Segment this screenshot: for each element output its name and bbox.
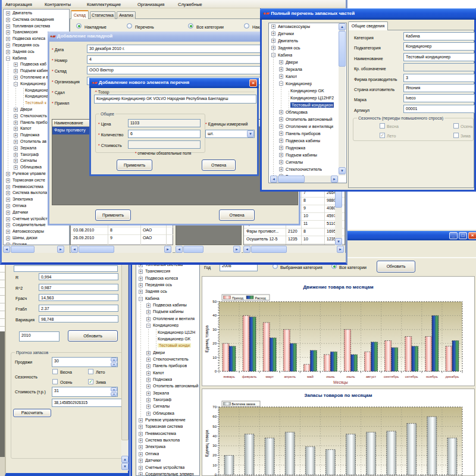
svg-text:январь: январь: [223, 375, 234, 378]
svg-text:70: 70: [212, 405, 217, 409]
svg-text:10: 10: [212, 356, 217, 359]
svg-text:октябрь: октябрь: [405, 375, 418, 378]
svg-text:50: 50: [212, 300, 217, 303]
svg-text:40: 40: [212, 314, 217, 317]
svg-text:60: 60: [212, 415, 217, 418]
svg-text:20: 20: [212, 342, 217, 345]
svg-text:Приход: Приход: [232, 296, 244, 300]
svg-text:40: 40: [212, 434, 217, 438]
svg-text:Единиц товара: Единиц товара: [205, 430, 209, 457]
svg-text:Месяцы: Месяцы: [333, 380, 348, 385]
svg-text:февраль: февраль: [242, 375, 257, 378]
svg-text:декабрь: декабрь: [446, 375, 459, 378]
svg-text:август: август: [366, 375, 377, 378]
svg-text:Расход: Расход: [255, 296, 267, 300]
svg-text:Единиц товара: Единиц товара: [205, 325, 209, 352]
svg-text:ноябрь: ноябрь: [426, 375, 438, 378]
svg-text:30: 30: [212, 328, 217, 331]
svg-text:март: март: [265, 375, 274, 378]
svg-text:0: 0: [215, 473, 217, 476]
svg-text:июнь: июнь: [326, 375, 334, 378]
svg-text:20: 20: [212, 453, 217, 457]
svg-text:Величина заказа: Величина заказа: [232, 402, 255, 406]
svg-text:10: 10: [212, 464, 217, 467]
svg-text:30: 30: [212, 444, 217, 447]
svg-text:апрель: апрель: [284, 375, 296, 378]
svg-text:май: май: [307, 375, 314, 378]
svg-text:июль: июль: [346, 375, 355, 378]
svg-text:сентябрь: сентябрь: [384, 375, 399, 378]
svg-text:0: 0: [215, 369, 217, 373]
svg-text:50: 50: [212, 425, 217, 428]
